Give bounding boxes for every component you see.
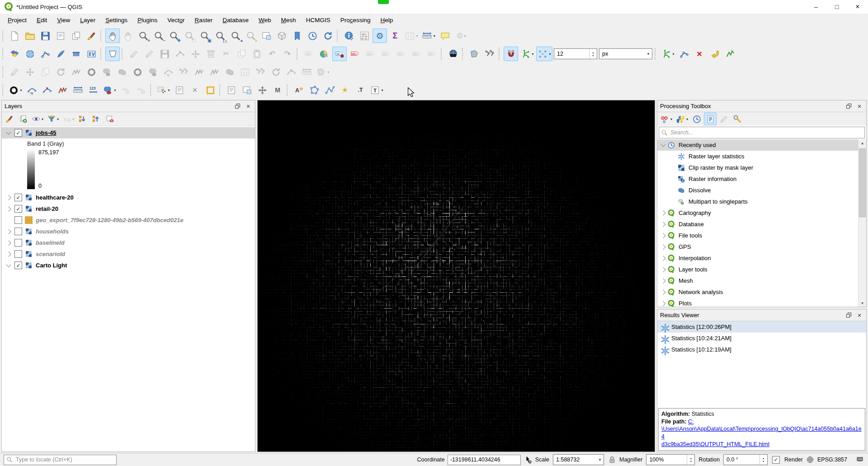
collapse-chevron-icon[interactable] (6, 262, 11, 267)
log-messages-icon[interactable] (855, 455, 864, 464)
style-manager[interactable] (84, 29, 99, 43)
add-part[interactable] (99, 65, 114, 79)
pin-unpin-labels[interactable] (332, 47, 347, 61)
snapping-units[interactable]: px▾ (599, 48, 652, 59)
algorithm-multipart-to-singleparts[interactable]: Multipart to singleparts (657, 196, 866, 207)
trim-extend-feature[interactable] (299, 65, 314, 79)
delete-selected[interactable] (203, 47, 218, 61)
toolbar-drag-handle[interactable] (441, 48, 443, 60)
zoom-next[interactable]: ▸ (244, 29, 258, 43)
collapse-chevron-icon[interactable] (660, 142, 665, 147)
close-panel-icon[interactable]: × (855, 102, 863, 110)
enable-advanced-digitizing[interactable] (7, 65, 22, 79)
collapse-chevron-icon[interactable] (6, 129, 11, 134)
layer-visibility-checkbox[interactable] (14, 250, 22, 258)
coordinate-extent-toggle-icon[interactable] (524, 455, 533, 464)
layer-item-scenarioId[interactable]: scenarioId (2, 248, 255, 260)
expand-chevron-icon[interactable] (660, 278, 665, 283)
toolbar-drag-handle[interactable] (100, 30, 103, 42)
menu-plugins[interactable]: Plugins (132, 15, 162, 25)
select-by-value[interactable] (172, 83, 187, 97)
add-raster-layer[interactable] (23, 47, 37, 61)
profile-line-tool[interactable] (723, 47, 737, 61)
enable-snapping[interactable] (504, 47, 518, 61)
fill-ring[interactable] (115, 65, 129, 79)
menu-settings[interactable]: Settings (100, 15, 132, 25)
processing-group-gps[interactable]: GPS (657, 241, 866, 252)
close-panel-icon[interactable]: × (855, 311, 863, 319)
toolbar-drag-handle[interactable] (297, 48, 299, 60)
expand-chevron-icon[interactable] (6, 195, 11, 200)
expand-chevron-icon[interactable] (660, 301, 665, 306)
layer-item-healthcare-20[interactable]: ✓healthcare-20 (2, 192, 255, 203)
menu-hcmgis[interactable]: HCMGIS (301, 15, 335, 25)
vertex-editor[interactable] (482, 47, 497, 61)
expand-chevron-icon[interactable] (660, 267, 665, 272)
numeric-digitize[interactable] (86, 83, 100, 97)
redo[interactable]: ↷ (280, 47, 295, 61)
toolbar-drag-handle[interactable] (2, 84, 5, 96)
spatial-bookmarks[interactable] (290, 29, 304, 43)
remove-layer[interactable] (104, 113, 116, 125)
processing-group-cartography[interactable]: Cartography (657, 207, 866, 219)
layer-visibility-checkbox[interactable]: ✓ (14, 205, 22, 213)
edit-features-in-place[interactable] (717, 113, 730, 125)
return-arrow-tool[interactable] (708, 47, 722, 61)
new-project[interactable] (7, 29, 22, 43)
scroll-down-icon[interactable]: ▼ (859, 300, 866, 307)
menu-vector[interactable]: Vector (162, 15, 189, 25)
move-features[interactable] (23, 65, 37, 79)
result-item[interactable]: Statistics [10:12:19AM] (657, 344, 866, 355)
enable-tracing[interactable]: ▾ (519, 47, 535, 61)
add-point-feature[interactable] (173, 47, 187, 61)
layer-visibility-checkbox[interactable]: ✓ (14, 262, 22, 269)
toolbar-drag-handle[interactable] (2, 66, 5, 78)
add-group[interactable] (17, 113, 29, 125)
circle-from-2-points[interactable] (24, 83, 39, 97)
processing-group-network-analysis[interactable]: Network analysis (657, 286, 866, 298)
new-map-view[interactable] (259, 29, 274, 43)
layer-item-Carto Light[interactable]: ✓Carto Light (2, 260, 255, 271)
azimuth-distance-tool[interactable] (118, 83, 133, 97)
toggle-editing[interactable] (142, 47, 156, 61)
toolbar-drag-handle[interactable] (2, 48, 5, 60)
layer-item-geo_export_7f9ec728-1280-49b2-b569-407dbced021e[interactable]: geo_export_7f9ec728-1280-49b2-b569-407db… (2, 214, 255, 226)
save-project[interactable] (38, 29, 52, 43)
menu-web[interactable]: Web (254, 15, 276, 25)
change-label-properties[interactable] (409, 47, 424, 61)
toolbar-drag-handle[interactable] (100, 48, 103, 60)
processing-group-file-tools[interactable]: File tools (657, 230, 866, 241)
add-delimited-text-layer[interactable] (53, 47, 68, 61)
circle-from-3-points[interactable] (40, 83, 54, 97)
expand-chevron-icon[interactable] (660, 256, 665, 261)
menu-edit[interactable]: Edit (32, 15, 52, 25)
show-statistics[interactable]: Σ (388, 29, 402, 43)
close-panel-icon[interactable]: × (244, 102, 252, 110)
open-attribute-table[interactable]: ▾ (403, 29, 420, 43)
zoom-last[interactable]: ◂ (228, 29, 243, 43)
toolbar-drag-handle[interactable] (462, 48, 465, 60)
layer-item-households[interactable]: households (2, 226, 255, 237)
snap-on-grid[interactable]: ▾ (536, 47, 552, 61)
refresh-map[interactable] (321, 29, 335, 43)
processing-group-interpolation[interactable]: Interpolation (657, 252, 866, 264)
crs-globe-icon[interactable] (806, 455, 815, 464)
processing-group-layer-tools[interactable]: Layer tools (657, 264, 866, 275)
float-panel-icon[interactable] (233, 102, 241, 110)
run-feature-action[interactable]: ⚙▾ (453, 29, 469, 43)
new-print-layout[interactable] (53, 29, 68, 43)
undo[interactable]: ↶ (265, 47, 279, 61)
metasearch-catalog[interactable] (446, 47, 460, 61)
layer-visibility-checkbox[interactable] (14, 239, 22, 247)
toolbar-drag-handle[interactable] (337, 30, 340, 42)
zoom-to-layer[interactable]: ▣ (198, 29, 212, 43)
check-geometries[interactable] (467, 47, 481, 61)
layer-visibility-checkbox[interactable] (14, 228, 22, 235)
models[interactable]: ▾ (659, 113, 674, 125)
add-text-annotation[interactable] (292, 83, 306, 97)
copy-move-features[interactable] (38, 65, 52, 79)
save-layer-edits[interactable] (157, 47, 172, 61)
expand-chevron-icon[interactable] (6, 252, 11, 257)
shape-digitize-tool[interactable] (105, 47, 120, 61)
scrollbar[interactable]: ▲ ▼ (858, 139, 866, 307)
